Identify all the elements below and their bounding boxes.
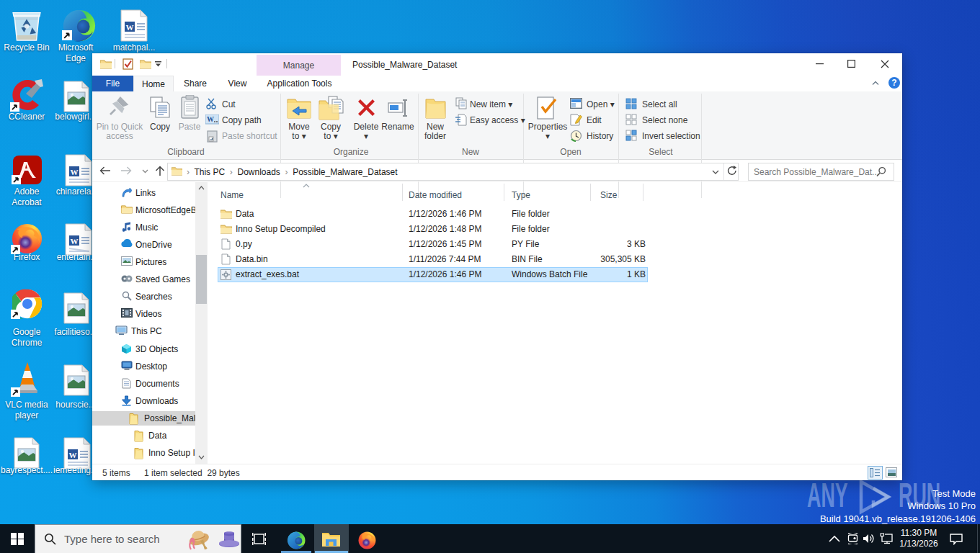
svg-text:W: W (207, 115, 214, 123)
svg-text:W: W (71, 168, 79, 176)
svg-text:W: W (69, 451, 77, 459)
svg-text:W: W (126, 23, 134, 32)
svg-text:W: W (71, 237, 79, 246)
